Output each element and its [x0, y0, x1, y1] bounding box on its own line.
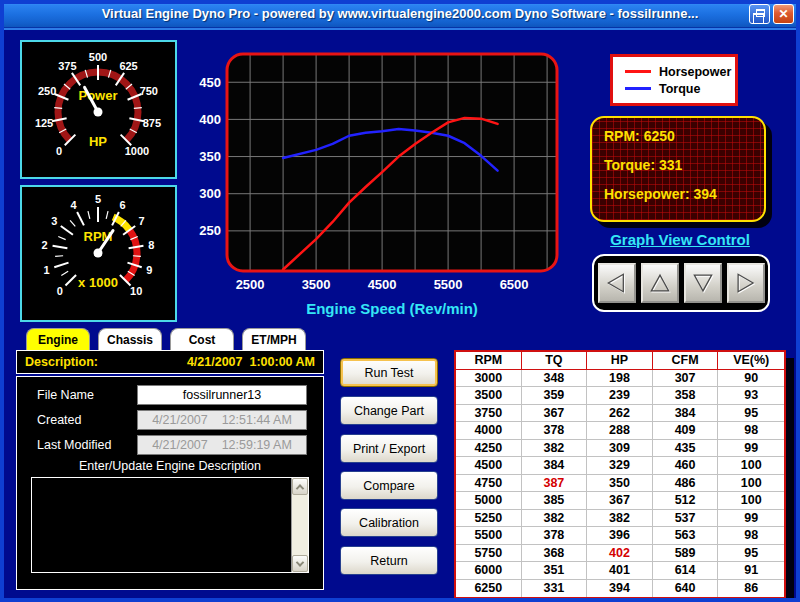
table-cell: 309: [587, 440, 653, 458]
file-name-field[interactable]: [137, 385, 307, 405]
live-readout-panel: RPM: 6250 Torque: 331 Horsepower: 394: [590, 116, 766, 222]
table-cell: 358: [653, 387, 719, 405]
print-export-button[interactable]: Print / Export: [340, 434, 438, 463]
x-tick-label: 2500: [236, 277, 265, 292]
legend-line-sample: [625, 70, 651, 73]
tab-cost[interactable]: Cost: [170, 328, 234, 350]
table-row: 375036726238495: [456, 405, 784, 423]
description-label: Description:: [25, 355, 98, 369]
table-row: 350035923935893: [456, 387, 784, 405]
legend-line-sample: [625, 87, 651, 90]
dyno-results-table: RPMTQHPCFMVE(%)3000348198307903500359239…: [454, 350, 786, 599]
x-tick-label: 3500: [302, 277, 331, 292]
gauge-tick: [58, 237, 65, 240]
gauge-tick: [70, 220, 75, 226]
table-row: 5000385367512100: [456, 492, 784, 510]
table-cell: 262: [587, 405, 653, 423]
table-cell: 4000: [456, 422, 522, 440]
graph-pan-down-button[interactable]: [684, 263, 722, 303]
table-cell: 614: [653, 562, 719, 580]
table-cell: 382: [522, 440, 588, 458]
gauge-scale-label: 2: [42, 239, 48, 251]
gauge-scale-label: 1000: [125, 145, 149, 157]
gauge-scale-label: 1: [44, 264, 50, 276]
table-cell: 396: [587, 527, 653, 545]
table-row: 400037828840998: [456, 422, 784, 440]
tab-et-mph[interactable]: ET/MPH: [242, 328, 306, 350]
table-cell: 3750: [456, 405, 522, 423]
tab-chassis[interactable]: Chassis: [98, 328, 162, 350]
compare-button[interactable]: Compare: [340, 471, 438, 500]
return-button[interactable]: Return: [340, 546, 438, 575]
scroll-down-button[interactable]: [292, 555, 308, 572]
engine-description-textarea[interactable]: [31, 477, 309, 573]
restore-button[interactable]: [749, 4, 770, 24]
created-field: [137, 410, 307, 430]
created-label: Created: [37, 413, 81, 427]
table-cell: 239: [587, 387, 653, 405]
gauge-hub: [94, 249, 103, 258]
chevron-up-icon: [296, 484, 304, 492]
gauge-scale-label: 875: [143, 117, 161, 129]
description-scrollbar[interactable]: [291, 478, 308, 572]
gauge-tick: [61, 226, 73, 235]
tab-bar: Engine Chassis Cost ET/MPH: [26, 328, 306, 350]
gauge-tick: [55, 256, 63, 257]
table-row: 525038238253799: [456, 510, 784, 528]
graph-view-control-link[interactable]: Graph View Control: [590, 231, 770, 248]
gauge-scale-label: 8: [148, 239, 154, 251]
table-cell: 640: [653, 580, 719, 598]
x-tick-label: 4500: [368, 277, 397, 292]
horsepower-gauge: 01252503755006257508751000PowerHP: [20, 40, 177, 179]
last-modified-field: [137, 435, 307, 455]
table-cell: 5000: [456, 492, 522, 510]
table-cell: 387: [522, 475, 588, 493]
table-row: 575036840258995: [456, 545, 784, 563]
graph-view-arrow-pad: [592, 254, 770, 312]
gauge-tick: [106, 211, 108, 219]
column-header: RPM: [456, 352, 522, 370]
readout-rpm: RPM: 6250: [604, 128, 764, 144]
tab-engine[interactable]: Engine: [26, 328, 90, 350]
column-header: TQ: [522, 352, 588, 370]
chevron-down-icon: [296, 558, 304, 566]
readout-horsepower: Horsepower: 394: [604, 186, 764, 202]
gauge-scale-label: 750: [140, 85, 158, 97]
table-row: 625033139464086: [456, 580, 784, 598]
column-header: HP: [587, 352, 653, 370]
dyno-chart: 25030035040045025003500450055006500: [192, 52, 564, 306]
scroll-up-button[interactable]: [292, 478, 308, 495]
gauge-scale-label: 250: [38, 85, 56, 97]
graph-pan-up-button[interactable]: [641, 263, 679, 303]
table-cell: 331: [522, 580, 588, 598]
run-test-button[interactable]: Run Test: [340, 358, 438, 387]
gauge-scale-label: 375: [58, 60, 76, 72]
table-cell: 307: [653, 370, 719, 388]
close-button[interactable]: ✕: [773, 4, 794, 24]
file-name-label: File Name: [37, 388, 94, 402]
table-cell: 99: [718, 440, 784, 458]
description-datetime: 4/21/2007 1:00:00 AM: [187, 355, 315, 369]
table-cell: 99: [718, 510, 784, 528]
calibration-button[interactable]: Calibration: [340, 508, 438, 537]
x-tick-label: 6500: [500, 277, 529, 292]
table-header-row: RPMTQHPCFMVE(%): [456, 352, 784, 370]
triangle-right-icon: [731, 268, 761, 298]
table-cell: 512: [653, 492, 719, 510]
y-tick-label: 450: [199, 75, 221, 90]
y-tick-label: 300: [199, 186, 221, 201]
graph-pan-left-button[interactable]: [598, 263, 636, 303]
y-tick-label: 350: [199, 149, 221, 164]
table-cell: 6250: [456, 580, 522, 598]
table-cell: 4750: [456, 475, 522, 493]
close-icon: ✕: [778, 7, 788, 21]
table-cell: 394: [587, 580, 653, 598]
graph-pan-right-button[interactable]: [727, 263, 765, 303]
table-cell: 90: [718, 370, 784, 388]
table-cell: 589: [653, 545, 719, 563]
column-header: VE(%): [718, 352, 784, 370]
change-part-button[interactable]: Change Part: [340, 396, 438, 425]
legend-label: Torque: [659, 82, 700, 96]
legend-item: Torque: [625, 80, 727, 97]
table-cell: 6000: [456, 562, 522, 580]
